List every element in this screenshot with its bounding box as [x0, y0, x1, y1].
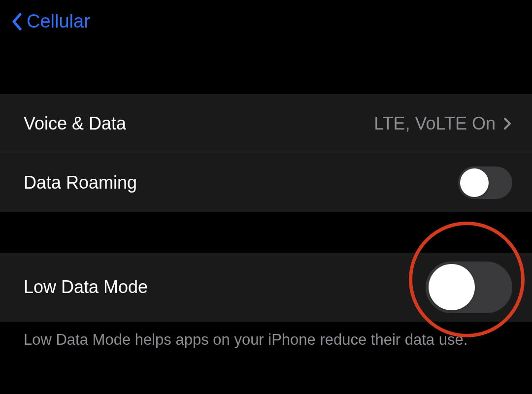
low-data-mode-footer: Low Data Mode helps apps on your iPhone … [0, 322, 532, 360]
data-roaming-row: Data Roaming [0, 153, 532, 212]
back-title[interactable]: Cellular [27, 11, 90, 32]
row-right: LTE, VoLTE On [374, 113, 512, 134]
low-data-mode-toggle[interactable] [426, 262, 512, 313]
nav-header: Cellular [0, 0, 532, 47]
spacer [0, 47, 532, 94]
voice-data-row[interactable]: Voice & Data LTE, VoLTE On [0, 94, 532, 153]
toggle-knob [460, 168, 489, 197]
toggle-knob [429, 264, 475, 310]
low-data-mode-label: Low Data Mode [24, 277, 148, 297]
voice-data-value: LTE, VoLTE On [374, 113, 496, 134]
back-chevron-icon[interactable] [10, 12, 24, 32]
chevron-right-icon [503, 117, 512, 131]
data-roaming-label: Data Roaming [24, 172, 137, 193]
settings-section-1: Voice & Data LTE, VoLTE On Data Roaming [0, 94, 532, 212]
section-gap [0, 212, 532, 253]
settings-section-2: Low Data Mode [0, 253, 532, 322]
data-roaming-toggle[interactable] [458, 166, 512, 199]
voice-data-label: Voice & Data [24, 113, 126, 134]
low-data-mode-row: Low Data Mode [0, 253, 532, 322]
